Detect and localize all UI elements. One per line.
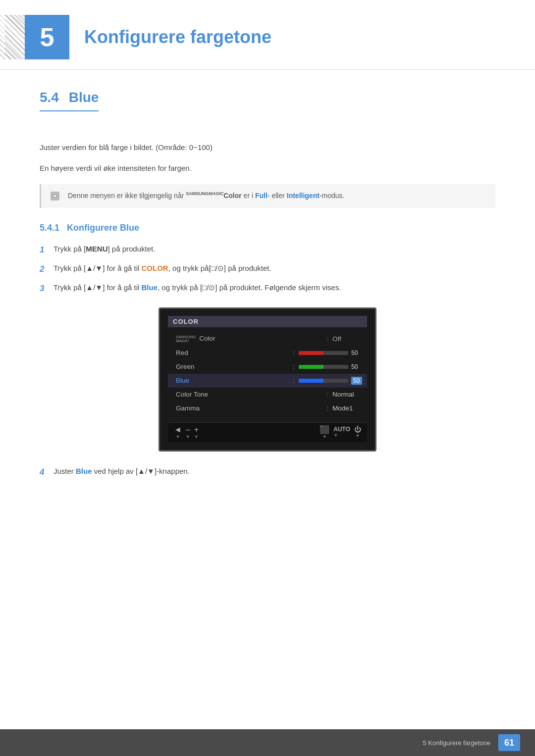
menu-row-blue: Blue : 50 [168,374,367,388]
color-word-note: Color [223,192,242,200]
nav-btn-power: ⏻ ▼ [354,426,361,439]
value-off: Off [332,335,362,343]
section-heading: 5.4 Blue [40,90,99,111]
colon-gamma: : [326,404,328,412]
right-nav-buttons: ⬛ ▼ AUTO ▼ ⏻ ▼ [320,426,361,439]
page-footer: 5 Konfigurere fargetone 61 [0,729,535,756]
color-highlight-2: COLOR [142,264,168,272]
gamma-value: Mode1 [332,404,362,412]
monitor-screen: COLOR SAMSUNG MAGIC Color : Off [159,307,376,452]
step-number-2: 2 [40,262,54,276]
blue-highlight-4: Blue [76,467,92,475]
menu-arrow: ▼ [322,434,327,439]
plus-icon: + [194,426,199,434]
auto-label: AUTO [333,426,350,433]
note-or: - eller [268,192,287,200]
green-bar-container: 50 [299,363,362,370]
samsung-super: SAMSUNG [186,191,209,196]
red-bar-value: 50 [351,350,362,356]
step-text-3: Trykk på [▲/▼] for å gå til Blue, og try… [54,282,495,294]
chapter-number: 5 [25,15,69,59]
note-suffix: er i [244,192,253,200]
left-arrow: ▼ [175,434,180,439]
subsection-heading: 5.4.1 Konfigurere Blue [40,223,495,233]
note-icon [49,190,61,202]
menu-row-colortone: Color Tone : Normal [168,388,367,402]
step-4: 4 Juster Blue ved hjelp av [▲/▼]-knappen… [40,465,495,479]
blue-highlight-3: Blue [142,283,158,292]
section-title: Blue [69,90,99,105]
auto-arrow: ▼ [333,433,350,438]
nav-btn-menu: ⬛ ▼ [320,426,329,439]
green-bar-fill [299,365,323,369]
menu-row-red: Red : 50 [168,346,367,360]
samsung-label: SAMSUNG MAGIC Color [173,335,322,343]
body-para1: Juster verdien for blå farge i bildet. (… [40,141,495,154]
colon-blue: : [293,377,295,384]
menu-icon: ⬛ [320,426,329,434]
power-icon: ⏻ [354,426,361,433]
power-arrow: ▼ [356,433,360,438]
red-label: Red [173,349,289,356]
monitor-title: COLOR [168,316,367,327]
note-modus: -modus. [320,192,345,200]
green-label: Green [173,363,289,370]
red-bar-track [299,351,348,355]
nav-btn-plus: + ▼ [194,426,199,439]
nav-btn-left: ◄ ▼ [174,426,182,439]
red-bar-fill [299,351,323,355]
auto-button: AUTO ▼ [333,426,350,439]
step-number-1: 1 [40,243,54,256]
red-bar-container: 50 [299,350,362,356]
monitor-bottom-bar: ◄ ▼ – ▼ + ▼ ⬛ ▼ [168,422,367,442]
footer-chapter-label: 5 Konfigurere fargetone [423,739,490,747]
blue-bar-value: 50 [351,377,362,385]
green-bar-track [299,365,348,369]
blue-label: Blue [173,377,289,384]
step-text-2: Trykk på [▲/▼] for å gå til COLOR, og tr… [54,262,495,274]
steps-list: 1 Trykk på [MENU] på produktet. 2 Trykk … [40,243,495,296]
menu-kbd: MENU [86,245,107,253]
section-heading-container: 5.4 Blue [40,90,495,126]
footer-page-number: 61 [498,734,520,751]
subsection-number: 5.4.1 [40,223,59,233]
nav-btn-minus: – ▼ [186,426,190,439]
plus-arrow: ▼ [194,434,199,439]
step-1: 1 Trykk på [MENU] på produktet. [40,243,495,256]
blue-bar-container: 50 [299,377,362,385]
note-text: Denne menyen er ikke tilgjengelig når SA… [68,190,344,201]
subsection-title: Konfigurere Blue [67,223,139,233]
colon-1: : [326,335,328,343]
colortone-label: Color Tone [173,391,322,398]
menu-row-green: Green : 50 [168,360,367,374]
colon-red: : [293,349,295,356]
blue-bar-fill [299,379,323,383]
step-text-4: Juster Blue ved hjelp av [▲/▼]-knappen. [54,465,495,477]
step-3: 3 Trykk på [▲/▼] for å gå til Blue, og t… [40,282,495,295]
colortone-value: Normal [332,391,362,398]
menu-row-samsung: SAMSUNG MAGIC Color : Off [168,332,367,346]
menu-rows: SAMSUNG MAGIC Color : Off Red : [168,332,367,415]
main-content: 5.4 Blue Juster verdien for blå farge i … [0,90,535,524]
magic-text: MAGIC [176,339,189,343]
step-2: 2 Trykk på [▲/▼] for å gå til COLOR, og … [40,262,495,276]
chapter-header: 5 Konfigurere fargetone [0,0,535,70]
note-prefix: Denne menyen er ikke tilgjengelig når [68,192,184,200]
colon-colortone: : [326,391,328,398]
intelligent-text: Intelligent [287,192,320,200]
chapter-title: Konfigurere fargetone [84,27,271,48]
step-text-1: Trykk på [MENU] på produktet. [54,243,495,255]
magic-super: MAGIC [209,191,223,196]
note-box: Denne menyen er ikke tilgjengelig når SA… [40,184,495,208]
svg-rect-1 [54,195,56,197]
color-label: Color [199,335,215,342]
minus-arrow: ▼ [186,434,190,439]
minus-icon: – [186,426,190,434]
body-para2: En høyere verdi vil øke intensiteten for… [40,162,495,175]
blue-bar-track [299,379,348,383]
gamma-label: Gamma [173,404,322,412]
step-number-4: 4 [40,465,54,479]
colon-green: : [293,363,295,370]
green-bar-value: 50 [351,363,362,370]
left-icon: ◄ [174,426,182,434]
